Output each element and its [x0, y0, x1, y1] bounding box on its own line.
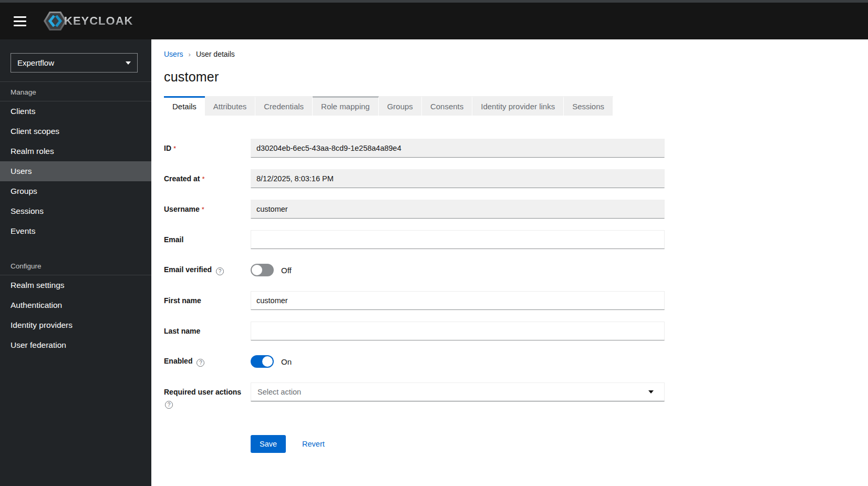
breadcrumb-users-link[interactable]: Users [164, 50, 183, 58]
tab-credentials[interactable]: Credentials [255, 96, 313, 116]
help-icon[interactable]: ? [197, 359, 204, 367]
help-icon[interactable]: ? [216, 267, 224, 275]
tab-details[interactable]: Details [164, 96, 205, 116]
sidebar-item-authentication[interactable]: Authentication [0, 295, 151, 315]
sidebar-item-clients[interactable]: Clients [0, 101, 151, 121]
nav-section-configure: Configure Realm settings Authentication … [0, 257, 151, 355]
required-user-actions-select[interactable]: Select action [251, 382, 665, 401]
select-placeholder: Select action [257, 388, 301, 396]
enabled-toggle[interactable] [251, 355, 274, 368]
tab-identity-provider-links[interactable]: Identity provider links [472, 96, 564, 116]
save-button[interactable]: Save [251, 435, 286, 453]
email-verified-state: Off [281, 266, 292, 275]
sidebar-item-identity-providers[interactable]: Identity providers [0, 315, 151, 335]
breadcrumb: Users › User details [164, 50, 855, 58]
form-row-email-verified: Email verified? Off [164, 261, 855, 280]
required-asterisk: * [173, 144, 176, 152]
tab-attributes[interactable]: Attributes [205, 96, 255, 116]
sidebar-item-realm-roles[interactable]: Realm roles [0, 141, 151, 161]
tab-groups[interactable]: Groups [379, 96, 422, 116]
created-at-label: Created at [164, 174, 200, 183]
form-row-id: ID* [164, 139, 855, 158]
last-name-label: Last name [164, 327, 200, 335]
form-row-username: Username* [164, 200, 855, 219]
first-name-field[interactable] [251, 291, 665, 310]
sidebar: Expertflow Manage Clients Client scopes … [0, 39, 151, 486]
sidebar-item-groups[interactable]: Groups [0, 181, 151, 201]
chevron-down-icon [126, 61, 131, 65]
tab-role-mapping[interactable]: Role mapping [313, 96, 379, 116]
id-field [251, 139, 665, 158]
required-asterisk: * [202, 205, 204, 213]
enabled-state: On [281, 357, 292, 366]
username-label: Username [164, 205, 200, 213]
form-row-email: Email [164, 230, 855, 249]
breadcrumb-current: User details [196, 50, 235, 58]
sidebar-item-sessions[interactable]: Sessions [0, 201, 151, 221]
nav-section-title-configure: Configure [0, 257, 151, 275]
form-actions: Save Revert [251, 435, 855, 453]
tab-bar: Details Attributes Credentials Role mapp… [164, 96, 855, 116]
main-content: Users › User details customer Details At… [151, 39, 868, 486]
last-name-field[interactable] [251, 322, 665, 340]
keycloak-logo: KEYCLOAK [43, 11, 133, 32]
brand-name: KEYCLOAK [64, 14, 133, 28]
form-row-last-name: Last name [164, 322, 855, 340]
tab-consents[interactable]: Consents [422, 96, 472, 116]
id-label: ID [164, 144, 171, 152]
nav-section-manage: Manage Clients Client scopes Realm roles… [0, 83, 151, 241]
enabled-label: Enabled [164, 357, 192, 365]
form-row-first-name: First name [164, 291, 855, 310]
email-verified-toggle[interactable] [251, 264, 274, 276]
user-details-form: ID* Created at* Username* Email [164, 139, 855, 453]
chevron-down-icon [648, 390, 654, 394]
email-label: Email [164, 235, 183, 244]
form-row-required-user-actions: Required user actions ? Select action [164, 382, 855, 409]
tab-sessions[interactable]: Sessions [564, 96, 613, 116]
revert-button[interactable]: Revert [302, 440, 325, 448]
form-row-enabled: Enabled? On [164, 352, 855, 371]
sidebar-item-events[interactable]: Events [0, 221, 151, 241]
toggle-knob [262, 356, 273, 367]
hamburger-menu-icon[interactable] [9, 11, 30, 32]
first-name-label: First name [164, 296, 201, 305]
realm-selector[interactable]: Expertflow [11, 53, 138, 73]
sidebar-item-client-scopes[interactable]: Client scopes [0, 121, 151, 141]
breadcrumb-separator-icon: › [189, 50, 191, 58]
username-field [251, 200, 665, 219]
created-at-field [251, 169, 665, 188]
page-title: customer [164, 69, 855, 85]
required-user-actions-label: Required user actions [164, 388, 241, 396]
sidebar-item-realm-settings[interactable]: Realm settings [0, 275, 151, 295]
required-asterisk: * [202, 175, 204, 183]
sidebar-item-users[interactable]: Users [0, 161, 151, 181]
toggle-knob [252, 265, 262, 275]
realm-name: Expertflow [17, 58, 54, 67]
email-verified-label: Email verified [164, 265, 212, 274]
masthead: KEYCLOAK [0, 3, 868, 39]
help-icon[interactable]: ? [165, 401, 173, 409]
nav-section-title-manage: Manage [0, 83, 151, 101]
form-row-created-at: Created at* [164, 169, 855, 188]
sidebar-divider [0, 81, 151, 82]
sidebar-item-user-federation[interactable]: User federation [0, 335, 151, 355]
email-field[interactable] [251, 230, 665, 249]
